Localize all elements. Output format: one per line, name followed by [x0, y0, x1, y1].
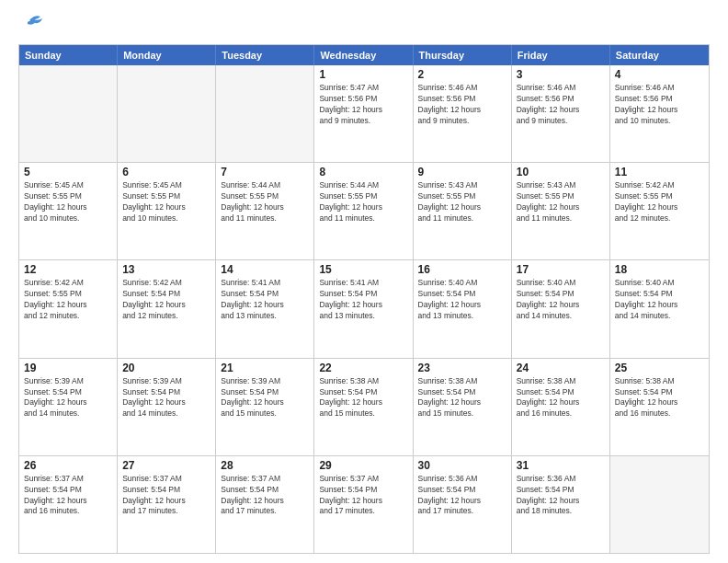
day-info: Sunrise: 5:37 AM Sunset: 5:54 PM Dayligh… — [122, 474, 210, 518]
cal-week-0: 1Sunrise: 5:47 AM Sunset: 5:56 PM Daylig… — [19, 65, 709, 162]
day-info: Sunrise: 5:45 AM Sunset: 5:55 PM Dayligh… — [122, 180, 210, 224]
day-info: Sunrise: 5:42 AM Sunset: 5:55 PM Dayligh… — [615, 180, 704, 224]
day-info: Sunrise: 5:44 AM Sunset: 5:55 PM Dayligh… — [221, 180, 309, 224]
day-number: 24 — [517, 362, 605, 374]
day-info: Sunrise: 5:44 AM Sunset: 5:55 PM Dayligh… — [319, 180, 407, 224]
logo — [18, 15, 46, 35]
cal-cell: 31Sunrise: 5:36 AM Sunset: 5:54 PM Dayli… — [512, 456, 610, 553]
cal-cell — [216, 65, 314, 162]
cal-week-3: 19Sunrise: 5:39 AM Sunset: 5:54 PM Dayli… — [19, 358, 709, 455]
day-number: 22 — [319, 362, 407, 374]
day-info: Sunrise: 5:37 AM Sunset: 5:54 PM Dayligh… — [221, 474, 309, 518]
cal-cell: 27Sunrise: 5:37 AM Sunset: 5:54 PM Dayli… — [118, 456, 216, 553]
day-number: 18 — [615, 263, 704, 276]
day-number: 9 — [418, 166, 506, 178]
day-number: 4 — [615, 68, 704, 81]
day-number: 23 — [418, 362, 506, 374]
calendar-header: SundayMondayTuesdayWednesdayThursdayFrid… — [19, 45, 709, 65]
cal-header-saturday: Saturday — [610, 45, 709, 65]
day-info: Sunrise: 5:42 AM Sunset: 5:54 PM Dayligh… — [122, 278, 210, 322]
day-number: 17 — [517, 263, 605, 276]
cal-cell: 8Sunrise: 5:44 AM Sunset: 5:55 PM Daylig… — [314, 163, 413, 259]
cal-cell: 28Sunrise: 5:37 AM Sunset: 5:54 PM Dayli… — [216, 456, 314, 553]
calendar-body: 1Sunrise: 5:47 AM Sunset: 5:56 PM Daylig… — [19, 65, 709, 553]
cal-cell: 3Sunrise: 5:46 AM Sunset: 5:56 PM Daylig… — [512, 65, 610, 162]
cal-cell: 25Sunrise: 5:38 AM Sunset: 5:54 PM Dayli… — [610, 359, 709, 455]
day-number: 16 — [418, 263, 506, 276]
calendar: SundayMondayTuesdayWednesdayThursdayFrid… — [18, 44, 710, 554]
cal-cell: 23Sunrise: 5:38 AM Sunset: 5:54 PM Dayli… — [414, 359, 512, 455]
day-number: 8 — [319, 166, 407, 178]
page: SundayMondayTuesdayWednesdayThursdayFrid… — [0, 0, 728, 563]
cal-header-tuesday: Tuesday — [216, 45, 314, 65]
day-number: 19 — [24, 362, 112, 374]
day-info: Sunrise: 5:38 AM Sunset: 5:54 PM Dayligh… — [517, 376, 605, 420]
day-number: 10 — [517, 166, 605, 178]
cal-cell: 14Sunrise: 5:41 AM Sunset: 5:54 PM Dayli… — [216, 260, 314, 357]
cal-cell: 18Sunrise: 5:40 AM Sunset: 5:54 PM Dayli… — [610, 260, 709, 357]
cal-cell: 1Sunrise: 5:47 AM Sunset: 5:56 PM Daylig… — [314, 65, 413, 162]
cal-cell: 10Sunrise: 5:43 AM Sunset: 5:55 PM Dayli… — [512, 163, 610, 259]
day-info: Sunrise: 5:36 AM Sunset: 5:54 PM Dayligh… — [418, 474, 506, 518]
cal-cell: 24Sunrise: 5:38 AM Sunset: 5:54 PM Dayli… — [512, 359, 610, 455]
cal-cell: 20Sunrise: 5:39 AM Sunset: 5:54 PM Dayli… — [118, 359, 216, 455]
cal-cell: 21Sunrise: 5:39 AM Sunset: 5:54 PM Dayli… — [216, 359, 314, 455]
day-info: Sunrise: 5:36 AM Sunset: 5:54 PM Dayligh… — [517, 474, 605, 518]
cal-cell: 4Sunrise: 5:46 AM Sunset: 5:56 PM Daylig… — [610, 65, 709, 162]
cal-cell: 16Sunrise: 5:40 AM Sunset: 5:54 PM Dayli… — [414, 260, 512, 357]
cal-header-friday: Friday — [512, 45, 610, 65]
day-number: 26 — [24, 459, 112, 472]
cal-week-2: 12Sunrise: 5:42 AM Sunset: 5:55 PM Dayli… — [19, 259, 709, 357]
logo-bird-icon — [18, 15, 44, 35]
cal-header-sunday: Sunday — [19, 45, 118, 65]
day-number: 2 — [418, 68, 506, 81]
cal-cell — [610, 456, 709, 553]
cal-week-1: 5Sunrise: 5:45 AM Sunset: 5:55 PM Daylig… — [19, 162, 709, 259]
day-info: Sunrise: 5:40 AM Sunset: 5:54 PM Dayligh… — [517, 278, 605, 322]
cal-cell: 17Sunrise: 5:40 AM Sunset: 5:54 PM Dayli… — [512, 260, 610, 357]
cal-cell: 12Sunrise: 5:42 AM Sunset: 5:55 PM Dayli… — [19, 260, 118, 357]
day-number: 11 — [615, 166, 704, 178]
day-number: 27 — [122, 459, 210, 472]
day-info: Sunrise: 5:46 AM Sunset: 5:56 PM Dayligh… — [517, 83, 605, 127]
day-number: 30 — [418, 459, 506, 472]
cal-header-wednesday: Wednesday — [314, 45, 413, 65]
day-info: Sunrise: 5:40 AM Sunset: 5:54 PM Dayligh… — [615, 278, 704, 322]
day-info: Sunrise: 5:46 AM Sunset: 5:56 PM Dayligh… — [615, 83, 704, 127]
day-number: 12 — [24, 263, 112, 276]
cal-week-4: 26Sunrise: 5:37 AM Sunset: 5:54 PM Dayli… — [19, 455, 709, 553]
day-info: Sunrise: 5:38 AM Sunset: 5:54 PM Dayligh… — [615, 376, 704, 420]
cal-cell: 6Sunrise: 5:45 AM Sunset: 5:55 PM Daylig… — [118, 163, 216, 259]
day-info: Sunrise: 5:43 AM Sunset: 5:55 PM Dayligh… — [517, 180, 605, 224]
day-info: Sunrise: 5:39 AM Sunset: 5:54 PM Dayligh… — [122, 376, 210, 420]
day-info: Sunrise: 5:46 AM Sunset: 5:56 PM Dayligh… — [418, 83, 506, 127]
day-info: Sunrise: 5:45 AM Sunset: 5:55 PM Dayligh… — [24, 180, 112, 224]
cal-cell — [118, 65, 216, 162]
cal-cell: 5Sunrise: 5:45 AM Sunset: 5:55 PM Daylig… — [19, 163, 118, 259]
day-number: 13 — [122, 263, 210, 276]
day-number: 14 — [221, 263, 309, 276]
day-info: Sunrise: 5:42 AM Sunset: 5:55 PM Dayligh… — [24, 278, 112, 322]
day-info: Sunrise: 5:37 AM Sunset: 5:54 PM Dayligh… — [319, 474, 407, 518]
day-number: 28 — [221, 459, 309, 472]
cal-cell: 9Sunrise: 5:43 AM Sunset: 5:55 PM Daylig… — [414, 163, 512, 259]
day-number: 29 — [319, 459, 407, 472]
day-number: 20 — [122, 362, 210, 374]
day-number: 6 — [122, 166, 210, 178]
cal-cell: 19Sunrise: 5:39 AM Sunset: 5:54 PM Dayli… — [19, 359, 118, 455]
day-info: Sunrise: 5:37 AM Sunset: 5:54 PM Dayligh… — [24, 474, 112, 518]
cal-cell: 15Sunrise: 5:41 AM Sunset: 5:54 PM Dayli… — [314, 260, 413, 357]
cal-cell: 13Sunrise: 5:42 AM Sunset: 5:54 PM Dayli… — [118, 260, 216, 357]
day-info: Sunrise: 5:43 AM Sunset: 5:55 PM Dayligh… — [418, 180, 506, 224]
day-info: Sunrise: 5:41 AM Sunset: 5:54 PM Dayligh… — [221, 278, 309, 322]
cal-cell: 11Sunrise: 5:42 AM Sunset: 5:55 PM Dayli… — [610, 163, 709, 259]
day-number: 1 — [319, 68, 407, 81]
day-number: 15 — [319, 263, 407, 276]
day-number: 25 — [615, 362, 704, 374]
day-info: Sunrise: 5:38 AM Sunset: 5:54 PM Dayligh… — [319, 376, 407, 420]
cal-cell: 26Sunrise: 5:37 AM Sunset: 5:54 PM Dayli… — [19, 456, 118, 553]
cal-cell: 22Sunrise: 5:38 AM Sunset: 5:54 PM Dayli… — [314, 359, 413, 455]
day-number: 21 — [221, 362, 309, 374]
cal-cell: 30Sunrise: 5:36 AM Sunset: 5:54 PM Dayli… — [414, 456, 512, 553]
cal-cell: 2Sunrise: 5:46 AM Sunset: 5:56 PM Daylig… — [414, 65, 512, 162]
